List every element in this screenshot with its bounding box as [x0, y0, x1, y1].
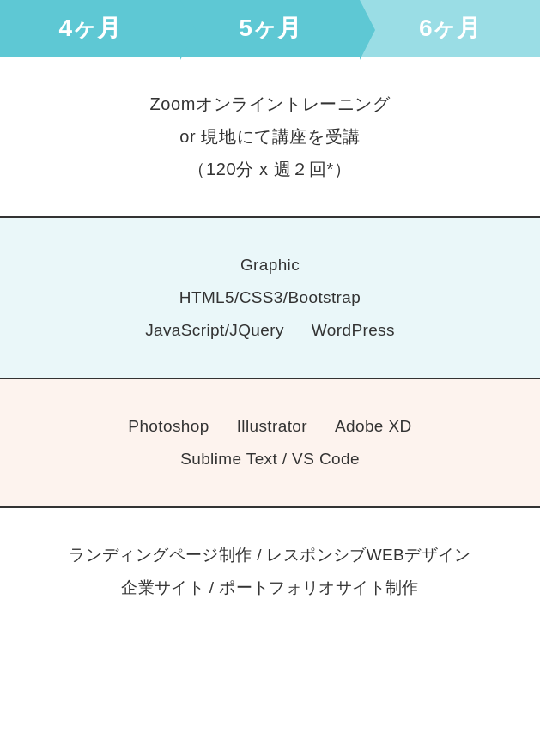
tab-month-6-label: 6ヶ月 — [419, 12, 482, 45]
header-tabs: 4ヶ月 5ヶ月 6ヶ月 — [0, 0, 540, 57]
skills-js: JavaScript/JQuery — [145, 314, 284, 347]
tab-month-4-label: 4ヶ月 — [59, 12, 122, 45]
skills-line-1: Graphic — [17, 249, 523, 281]
zoom-line-3: （120分 x 週２回*） — [17, 153, 523, 185]
zoom-line-2: or 現地にて講座を受講 — [17, 120, 523, 153]
tools-line-1: Photoshop Illustrator Adobe XD — [128, 410, 411, 443]
zoom-line-1: Zoomオンライントレーニング — [17, 88, 523, 120]
skills-line-2: HTML5/CSS3/Bootstrap — [17, 281, 523, 314]
tools-line-2: Sublime Text / VS Code — [17, 443, 523, 475]
tools-adobexd: Adobe XD — [335, 410, 412, 443]
skills-wp: WordPress — [312, 314, 395, 347]
section-zoom: Zoomオンライントレーニング or 現地にて講座を受講 （120分 x 週２回… — [0, 57, 540, 218]
tab-month-4: 4ヶ月 — [0, 0, 180, 57]
tools-illustrator: Illustrator — [237, 410, 307, 443]
portfolio-line-2: 企業サイト / ポートフォリオサイト制作 — [17, 572, 523, 604]
tools-photoshop: Photoshop — [128, 410, 209, 443]
skills-line-3: JavaScript/JQuery WordPress — [145, 314, 395, 347]
tab-month-6: 6ヶ月 — [360, 0, 540, 57]
section-tools: Photoshop Illustrator Adobe XD Sublime T… — [0, 379, 540, 508]
portfolio-line-1: ランディングページ制作 / レスポンシブWEBデザイン — [17, 539, 523, 572]
section-skills: Graphic HTML5/CSS3/Bootstrap JavaScript/… — [0, 218, 540, 379]
tab-month-5: 5ヶ月 — [180, 0, 361, 57]
section-portfolio: ランディングページ制作 / レスポンシブWEBデザイン 企業サイト / ポートフ… — [0, 508, 540, 635]
page-wrapper: 4ヶ月 5ヶ月 6ヶ月 Zoomオンライントレーニング or 現地にて講座を受講… — [0, 0, 540, 635]
tab-month-5-label: 5ヶ月 — [239, 12, 301, 45]
